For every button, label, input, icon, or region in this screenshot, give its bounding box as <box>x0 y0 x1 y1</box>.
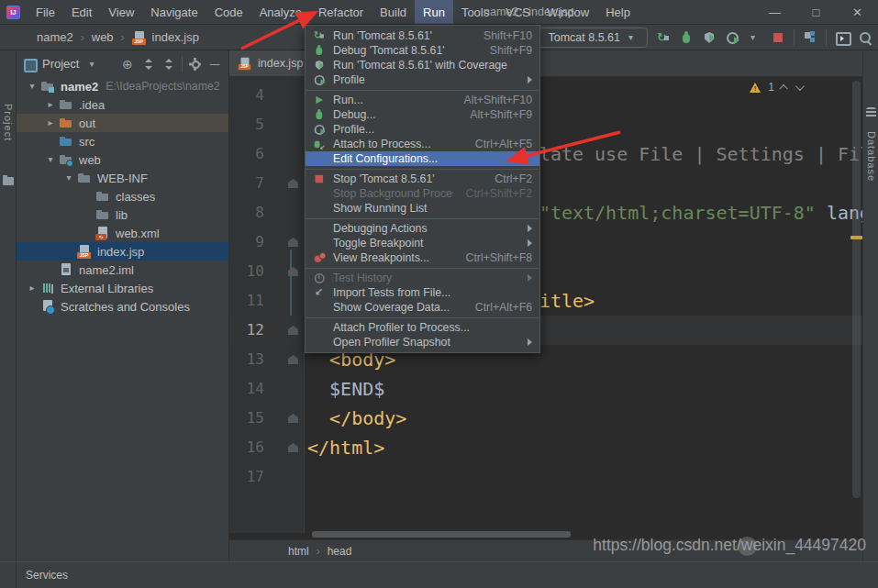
menu-item-profile[interactable]: Profile... <box>306 122 539 137</box>
tree-item-lib[interactable]: lib <box>17 205 228 224</box>
prev-warning-icon[interactable] <box>779 83 788 93</box>
tree-item-scratches-and-consoles[interactable]: Scratches and Consoles <box>17 297 228 316</box>
menu-item-import-tests-from-file[interactable]: Import Tests from File... <box>306 285 539 300</box>
tree-item-classes[interactable]: classes <box>17 187 228 205</box>
profiler-caret-icon[interactable] <box>748 30 762 45</box>
breadcrumb-item-index.jsp[interactable]: index.jsp <box>152 30 199 44</box>
minimize-icon[interactable]: — <box>754 0 795 25</box>
menu-code[interactable]: Code <box>206 0 251 24</box>
menu-item-run[interactable]: Run...Alt+Shift+F10 <box>306 93 539 107</box>
tree-item-out[interactable]: ▸out <box>17 114 228 132</box>
menu-view[interactable]: View <box>100 0 142 24</box>
menu-item-profile[interactable]: Profile <box>306 72 539 87</box>
chevron-collapsed-icon[interactable]: ▸ <box>42 114 59 132</box>
vertical-scrollbar[interactable] <box>852 81 861 498</box>
tree-item-name2-iml[interactable]: name2.iml <box>17 261 228 279</box>
project-view-icon[interactable] <box>22 57 37 72</box>
code-line-14[interactable]: 14 $END$ <box>229 374 862 404</box>
menu-item-debug[interactable]: Debug...Alt+Shift+F9 <box>306 107 539 122</box>
menu-build[interactable]: Build <box>372 0 415 24</box>
code-line-17[interactable]: 17 <box>229 462 862 492</box>
tree-item-name2[interactable]: ▾name2E:\IdeaProjects\name2 <box>17 77 228 95</box>
warning-stripe-mark[interactable] <box>850 236 862 239</box>
select-opened-file-icon[interactable] <box>121 57 136 72</box>
code-line-16[interactable]: 16</html> <box>229 433 862 462</box>
tree-item-index-jsp[interactable]: index.jsp <box>17 242 228 261</box>
fold-marker-icon[interactable] <box>288 179 298 188</box>
tree-item-web-inf[interactable]: ▾WEB-INF <box>17 169 228 187</box>
tree-item-web-xml[interactable]: web.xml <box>17 224 228 242</box>
menu-item-shortcut: Shift+F9 <box>490 44 532 57</box>
project-stripe-button[interactable]: Project <box>3 104 14 141</box>
menu-navigate[interactable]: Navigate <box>142 0 206 24</box>
breadcrumb-item-name2[interactable]: name2 <box>37 30 73 44</box>
debug-button[interactable] <box>679 30 694 45</box>
menu-item-toggle-breakpoint[interactable]: Toggle Breakpoint <box>306 236 539 250</box>
tree-item-label: name2 <box>61 80 98 94</box>
horizontal-scrollbar[interactable] <box>312 531 571 538</box>
fold-marker-icon[interactable] <box>288 414 298 423</box>
menu-help[interactable]: Help <box>597 0 639 24</box>
fold-marker-icon[interactable] <box>288 238 298 247</box>
toolwindow-toggle-icon[interactable] <box>0 562 17 588</box>
search-everywhere-icon[interactable] <box>858 30 872 45</box>
menu-analyze[interactable]: Analyze <box>251 0 310 24</box>
chevron-collapsed-icon[interactable]: ▸ <box>24 279 40 297</box>
collapse-all-icon[interactable] <box>161 57 176 72</box>
maximize-icon[interactable]: □ <box>795 0 837 25</box>
menu-item-attach-profiler-to-process[interactable]: Attach Profiler to Process... <box>306 320 539 335</box>
breadcrumb-tag-html[interactable]: html <box>288 545 309 558</box>
run-button[interactable] <box>656 30 671 45</box>
menu-item-stop-background-processes[interactable]: Stop Background Processes...Ctrl+Shift+F… <box>306 186 539 201</box>
gear-icon[interactable] <box>188 57 203 72</box>
menu-item-debugging-actions[interactable]: Debugging Actions <box>306 221 539 236</box>
database-stripe-button[interactable]: Database <box>866 131 877 182</box>
coverage-button[interactable] <box>702 30 717 45</box>
inspections-widget[interactable]: 1 <box>750 81 802 94</box>
attach-icon <box>313 138 326 150</box>
chevron-collapsed-icon[interactable]: ▸ <box>42 95 59 114</box>
chevron-expanded-icon[interactable]: ▾ <box>42 150 59 169</box>
tree-item-src[interactable]: src <box>17 132 228 150</box>
line-number: 11 <box>229 286 264 316</box>
menu-item-show-coverage-data[interactable]: Show Coverage Data...Ctrl+Alt+F6 <box>306 300 539 315</box>
services-icon[interactable] <box>803 30 817 45</box>
menu-item-edit-configurations[interactable]: Edit Configurations... <box>306 151 539 166</box>
menu-item-open-profiler-snapshot[interactable]: Open Profiler Snapshot <box>306 335 539 349</box>
menu-item-label: Profile... <box>333 123 532 136</box>
fold-marker-icon[interactable] <box>288 326 298 335</box>
menu-file[interactable]: File <box>28 0 63 24</box>
fold-marker-icon[interactable] <box>288 443 298 452</box>
menu-edit[interactable]: Edit <box>63 0 100 24</box>
project-view-selector[interactable]: Project <box>42 57 79 71</box>
chevron-expanded-icon[interactable]: ▾ <box>61 169 77 187</box>
tree-item-web[interactable]: ▾web <box>17 150 228 169</box>
preview-icon[interactable] <box>835 30 850 45</box>
window-controls: — □ ✕ <box>754 0 878 25</box>
menu-refactor[interactable]: Refactor <box>310 0 372 24</box>
chevron-down-icon[interactable] <box>86 57 101 72</box>
menu-item-run-tomcat-8-5-61-with-coverage[interactable]: Run 'Tomcat 8.5.61' with Coverage <box>306 58 539 72</box>
expand-all-icon[interactable] <box>141 57 156 72</box>
menu-item-attach-to-process[interactable]: Attach to Process...Ctrl+Alt+F5 <box>306 137 539 151</box>
tree-item--idea[interactable]: ▸.idea <box>17 95 228 114</box>
stop-button[interactable] <box>771 30 785 45</box>
code-line-15[interactable]: 15 </body> <box>229 404 862 433</box>
menu-run[interactable]: Run <box>415 0 453 24</box>
menu-item-view-breakpoints[interactable]: View Breakpoints...Ctrl+Shift+F8 <box>306 250 539 265</box>
fold-marker-icon[interactable] <box>288 355 298 364</box>
hide-panel-icon[interactable] <box>208 57 223 72</box>
menu-item-test-history[interactable]: Test History <box>306 271 539 285</box>
profiler-button[interactable] <box>725 30 739 45</box>
menu-item-run-tomcat-8-5-61[interactable]: Run 'Tomcat 8.5.61'Shift+F10 <box>306 28 539 43</box>
breadcrumb-item-web[interactable]: web <box>92 30 114 44</box>
menu-item-stop-tomcat-8-5-61[interactable]: Stop 'Tomcat 8.5.61'Ctrl+F2 <box>306 172 539 186</box>
breadcrumb-tag-head[interactable]: head <box>328 545 352 558</box>
menu-item-show-running-list[interactable]: Show Running List <box>306 201 539 216</box>
tree-item-external-libraries[interactable]: ▸External Libraries <box>17 279 228 297</box>
fold-marker-icon[interactable] <box>288 267 298 276</box>
services-status-item[interactable]: Services <box>26 569 68 582</box>
close-icon[interactable]: ✕ <box>837 0 878 25</box>
menu-item-debug-tomcat-8-5-61[interactable]: Debug 'Tomcat 8.5.61'Shift+F9 <box>306 43 539 58</box>
chevron-expanded-icon[interactable]: ▾ <box>24 77 40 95</box>
